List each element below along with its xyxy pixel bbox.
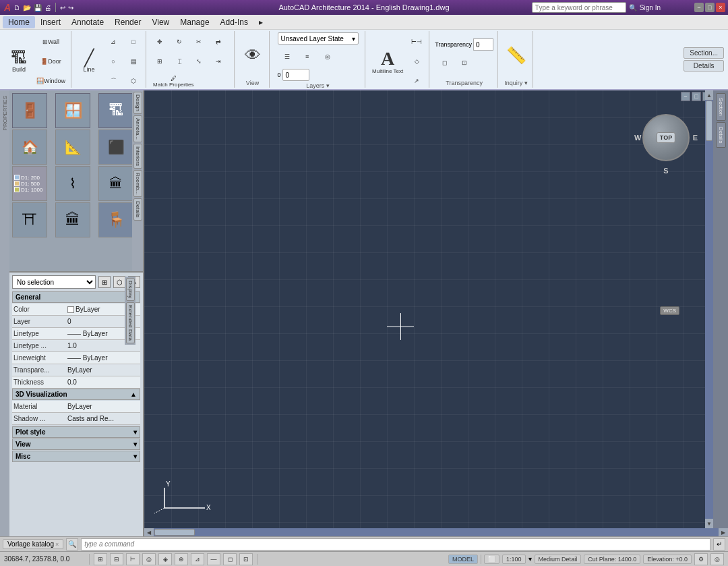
line-btn[interactable]: ╱ Line xyxy=(75,43,102,80)
tool-item-door1[interactable]: 🚪 xyxy=(12,93,47,128)
status-settings-btn[interactable]: ⚙ xyxy=(694,553,708,565)
prop-btn2[interactable]: ⬡ xyxy=(113,276,125,288)
region-btn[interactable]: ⬡ xyxy=(124,72,143,90)
canvas-restore[interactable]: □ xyxy=(692,92,701,101)
status-otrack-btn[interactable]: ⊕ xyxy=(175,553,188,565)
tool-item-grid[interactable]: 🪑 xyxy=(98,202,133,237)
trans-btn2[interactable]: ⊡ xyxy=(455,53,474,72)
hscroll-thumb[interactable] xyxy=(154,529,195,536)
layer-dropdown[interactable]: Unsaved Layer State ▾ xyxy=(278,32,359,45)
menu-insert[interactable]: Insert xyxy=(35,16,66,28)
status-dynmode-btn[interactable]: ⊿ xyxy=(191,553,204,565)
tool-item-column[interactable]: 🏛 xyxy=(55,202,90,237)
cut-plane-label[interactable]: Cut Plane: 1400.0 xyxy=(584,555,640,564)
window-btn[interactable]: 🪟Window xyxy=(34,72,68,90)
maximize-btn[interactable]: □ xyxy=(705,3,715,12)
text-btn[interactable]: A Multiline Text xyxy=(369,43,406,80)
status-snap-btn[interactable]: ⊞ xyxy=(94,553,107,565)
scale-btn[interactable]: ⤡ xyxy=(189,52,208,71)
quick-access-open[interactable]: 📂 xyxy=(23,4,31,11)
model-badge[interactable]: MODEL xyxy=(448,555,478,564)
command-tab-close[interactable]: × xyxy=(55,541,59,548)
circle-btn[interactable]: ○ xyxy=(104,52,123,71)
leader-btn[interactable]: ↗ xyxy=(407,72,426,90)
canvas-area[interactable]: − □ × N W E TOP S xyxy=(144,90,713,528)
tool-item-wall2[interactable]: 🏠 xyxy=(12,130,47,165)
quick-access-save[interactable]: 💾 xyxy=(34,4,42,11)
command-tab[interactable]: Vorlage katalog × xyxy=(3,539,63,549)
status-lwt-btn[interactable]: — xyxy=(207,553,220,565)
compass-circle[interactable]: W E TOP xyxy=(642,114,690,161)
zoom-label[interactable]: 1:100 xyxy=(502,555,526,564)
rect-btn[interactable]: □ xyxy=(124,32,143,51)
catalog-tab-roomb[interactable]: Roomb... xyxy=(133,170,142,197)
redo-btn[interactable]: ↪ xyxy=(68,4,73,11)
selection-dropdown[interactable]: No selection All Last xyxy=(12,275,96,289)
wall-btn[interactable]: ⊞Wall xyxy=(34,32,68,51)
hscroll-left-btn[interactable]: ◀ xyxy=(144,528,154,536)
status-trans-btn[interactable]: ◻ xyxy=(223,553,237,565)
rotate-btn[interactable]: ↻ xyxy=(170,32,189,51)
menu-view[interactable]: View xyxy=(146,16,175,28)
hscroll-right-btn[interactable]: ▶ xyxy=(719,528,728,536)
trans-btn1[interactable]: ◻ xyxy=(435,53,454,72)
status-isolate-btn[interactable]: ◎ xyxy=(710,553,724,565)
wcs-indicator[interactable]: WCS xyxy=(660,306,679,315)
arc-btn[interactable]: ⌒ xyxy=(104,72,123,90)
dim-style-btn[interactable]: ◇ xyxy=(407,52,426,71)
right-tab-section[interactable]: Section xyxy=(716,93,726,121)
status-grid-btn[interactable]: ⊟ xyxy=(110,553,123,565)
undo-btn[interactable]: ↩ xyxy=(60,4,65,11)
view-btn[interactable]: 👁 xyxy=(239,36,266,74)
layer-isolate-btn[interactable]: ◎ xyxy=(318,47,337,66)
canvas-minimize[interactable]: − xyxy=(681,92,690,101)
plot-style-header[interactable]: Plot style ▾ xyxy=(12,426,140,438)
menu-more[interactable]: ▸ xyxy=(253,16,268,28)
vscroll-up-btn[interactable]: ▲ xyxy=(705,90,713,100)
search-input[interactable] xyxy=(532,2,626,13)
close-btn[interactable]: × xyxy=(716,3,725,12)
menu-home[interactable]: Home xyxy=(3,16,35,28)
props-tab-display[interactable]: Display xyxy=(126,278,135,301)
menu-addins[interactable]: Add-Ins xyxy=(215,16,253,28)
offset-btn[interactable]: ⇥ xyxy=(209,52,228,71)
vscroll-thumb[interactable] xyxy=(706,101,712,141)
catalog-tab-annota[interactable]: Annota... xyxy=(133,115,142,142)
compass-top-btn[interactable]: TOP xyxy=(657,132,675,143)
3d-section-header[interactable]: 3D Visualization ▲ xyxy=(12,389,140,400)
catalog-tab-design[interactable]: Design xyxy=(133,92,142,114)
transparency-input[interactable] xyxy=(473,38,493,51)
tool-item-roof2[interactable]: 🏛 xyxy=(98,166,133,201)
prop-btn1[interactable]: ⊞ xyxy=(98,276,111,288)
status-polar-btn[interactable]: ◎ xyxy=(142,553,156,565)
quick-access-print[interactable]: 🖨 xyxy=(44,4,51,11)
cmd-btn-enter[interactable]: ↵ xyxy=(713,538,725,550)
tool-item-door2[interactable]: 🪟 xyxy=(55,93,90,128)
layer-manager-btn[interactable]: ☰ xyxy=(278,47,297,66)
props-tab-extended[interactable]: Extended Data xyxy=(126,302,135,343)
tool-item-slab[interactable]: ⬛ xyxy=(98,130,133,165)
catalog-tab-interiors[interactable]: Interiors xyxy=(133,144,142,169)
quick-access-new[interactable]: 🗋 xyxy=(13,4,20,11)
layer-props-btn[interactable]: ≡ xyxy=(298,47,317,66)
tool-item-fence[interactable]: ⛩ xyxy=(12,202,47,237)
menu-annotate[interactable]: Annotate xyxy=(66,16,109,28)
match-props-btn[interactable]: 🖊 Match Properties xyxy=(150,72,196,90)
copy-btn[interactable]: ⊞ xyxy=(150,52,169,71)
move-btn[interactable]: ✥ xyxy=(150,32,169,51)
polyline-btn[interactable]: ⊿ xyxy=(104,32,123,51)
vscroll-down-btn[interactable]: ▼ xyxy=(705,519,713,528)
status-sel-btn[interactable]: ⊡ xyxy=(239,553,253,565)
general-section-header[interactable]: General ▲ xyxy=(12,291,140,303)
tool-item-roof1[interactable]: ⌇ xyxy=(55,166,90,201)
door-btn[interactable]: 🚪Door xyxy=(34,52,68,71)
command-input[interactable] xyxy=(81,538,710,550)
status-ortho-btn[interactable]: ⊢ xyxy=(126,553,140,565)
cmd-btn-search[interactable]: 🔍 xyxy=(66,538,78,550)
minimize-btn[interactable]: − xyxy=(694,3,704,12)
misc-section-header[interactable]: Misc ▾ xyxy=(12,451,140,462)
tool-item-stair[interactable]: 📐 xyxy=(55,130,90,165)
view-section-header[interactable]: View ▾ xyxy=(12,438,140,450)
details-btn[interactable]: Details xyxy=(684,60,724,72)
menu-render[interactable]: Render xyxy=(109,16,146,28)
